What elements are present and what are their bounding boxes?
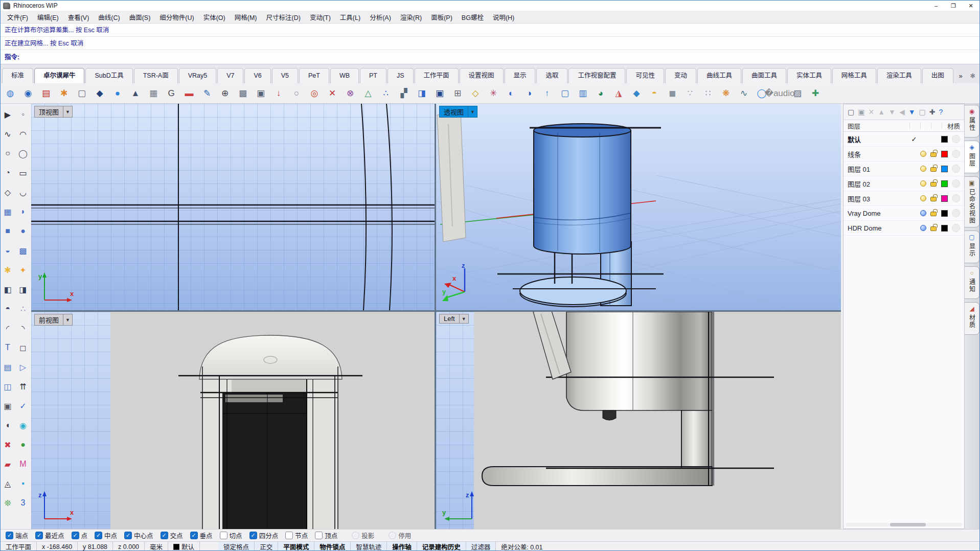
viewport-perspective-label[interactable]: 透视图 ▼ xyxy=(439,106,477,118)
checkbox[interactable] xyxy=(220,532,227,539)
toolbar-tab[interactable]: 显示 xyxy=(505,68,536,83)
status-toggle[interactable]: 操作轴 xyxy=(387,542,417,551)
toolbar-icon[interactable]: ▢ xyxy=(558,87,572,100)
tool-icon[interactable]: ❊ xyxy=(1,496,14,510)
panel-horizontal-scrollbar[interactable] xyxy=(846,523,962,526)
tool-icon[interactable]: ◇ xyxy=(1,186,14,199)
tool-icon[interactable]: ▪ xyxy=(16,477,30,490)
toolbar-tab[interactable]: 可见性 xyxy=(626,68,664,83)
status-cell[interactable]: y 81.088 xyxy=(78,542,113,551)
layer-row[interactable]: Vray Dome ✓ xyxy=(844,206,964,221)
lock-icon[interactable] xyxy=(930,182,937,187)
close-button[interactable]: ✕ xyxy=(962,1,979,11)
tool-icon[interactable]: ◬ xyxy=(1,477,14,490)
osnap-toggle[interactable]: 切点 xyxy=(220,531,242,540)
toolbar-icon[interactable]: �audio xyxy=(773,87,786,100)
osnap-toggle[interactable]: 端点 xyxy=(6,531,28,540)
status-toggle[interactable]: 绝对公差: 0.01 xyxy=(496,542,548,551)
toolbar-tab[interactable]: JS xyxy=(388,68,414,83)
layer-name[interactable]: 图层 03 xyxy=(848,194,908,203)
layer-name[interactable]: HDR Dome xyxy=(848,224,908,232)
panel-tool-icon[interactable]: ▢ xyxy=(919,108,926,116)
tool-icon[interactable]: 3 xyxy=(16,496,30,510)
checkbox[interactable] xyxy=(161,532,168,539)
tool-icon[interactable]: ▷ xyxy=(16,360,30,374)
toolbar-tab[interactable]: 渲染工具 xyxy=(877,68,921,83)
osnap-toggle[interactable]: 顶点 xyxy=(315,531,337,540)
panel-tool-icon[interactable]: ◀ xyxy=(899,108,905,116)
toolbar-icon[interactable]: ● xyxy=(111,87,124,100)
panel-tab[interactable]: ◢ 材质 xyxy=(965,302,979,335)
status-toggle[interactable]: 智慧轨迹 xyxy=(351,542,387,551)
viewport-front[interactable]: 前视图 ▼ xyxy=(31,312,435,529)
menu-item[interactable]: BG螺栓 xyxy=(457,11,488,23)
layer-material-icon[interactable] xyxy=(952,209,960,217)
gear-icon[interactable]: ✱ xyxy=(967,69,978,83)
tool-icon[interactable]: ● xyxy=(16,438,30,451)
panel-tab[interactable]: ▣ 已命名视图 xyxy=(965,176,979,227)
checkbox[interactable] xyxy=(389,532,396,539)
menu-item[interactable]: 细分物件(U) xyxy=(155,11,198,23)
tool-icon[interactable]: ▣ xyxy=(1,399,14,412)
tool-icon[interactable]: ✱ xyxy=(1,263,14,277)
toolbar-icon[interactable]: ⊞ xyxy=(451,87,464,100)
toolbar-icon[interactable]: ❋ xyxy=(719,87,733,100)
layer-name[interactable]: Vray Dome xyxy=(848,210,908,217)
checkbox[interactable] xyxy=(190,532,198,539)
menu-item[interactable]: 渲染(R) xyxy=(396,11,426,23)
tool-icon[interactable]: ✖ xyxy=(1,438,14,451)
tool-icon[interactable]: ◒ xyxy=(1,244,14,257)
toolbar-icon[interactable]: ∷ xyxy=(701,87,715,100)
toolbar-icon[interactable]: ▲ xyxy=(129,87,142,100)
status-cell[interactable]: 默认 xyxy=(168,542,200,551)
tool-icon[interactable]: ▩ xyxy=(16,244,30,257)
chevron-down-icon[interactable]: ▼ xyxy=(468,106,477,118)
bulb-icon[interactable] xyxy=(920,180,926,187)
checkbox[interactable] xyxy=(35,532,43,539)
checkbox[interactable] xyxy=(6,532,13,539)
menu-item[interactable]: 曲面(S) xyxy=(125,11,155,23)
osnap-toggle[interactable]: 停用 xyxy=(389,531,411,540)
toolbar-icon[interactable]: ◐ xyxy=(505,87,518,100)
layer-color-swatch[interactable] xyxy=(941,180,948,187)
status-cell[interactable]: z 0.000 xyxy=(113,542,145,551)
toolbar-icon[interactable]: ✎ xyxy=(200,87,214,100)
toolbar-tab[interactable]: SubD工具 xyxy=(85,68,132,83)
tool-icon[interactable]: ✦ xyxy=(16,263,30,277)
menu-item[interactable]: 工具(L) xyxy=(335,11,365,23)
status-cell[interactable]: x -168.460 xyxy=(37,542,78,551)
tool-icon[interactable]: ◜ xyxy=(1,322,14,335)
tool-icon[interactable]: ◓ xyxy=(1,302,14,315)
tab-overflow-chevron[interactable]: » xyxy=(954,69,967,83)
panel-tab[interactable]: ▢ 显示 xyxy=(965,231,979,263)
tool-icon[interactable]: ∿ xyxy=(1,127,14,141)
layer-row[interactable]: 图层 02 ✓ xyxy=(844,176,964,191)
maximize-button[interactable]: ❐ xyxy=(945,1,962,11)
layer-material-icon[interactable] xyxy=(952,179,960,188)
toolbar-icon[interactable]: ▤ xyxy=(39,87,53,100)
tool-icon[interactable]: ◗ xyxy=(16,205,30,218)
osnap-toggle[interactable]: 垂点 xyxy=(190,531,213,540)
checkbox[interactable] xyxy=(249,532,257,539)
menu-item[interactable]: 变动(T) xyxy=(305,11,335,23)
toolbar-icon[interactable]: ⊗ xyxy=(344,87,357,100)
menu-item[interactable]: 文件(F) xyxy=(3,11,33,23)
panel-tool-icon[interactable]: ▼ xyxy=(888,108,896,116)
toolbar-icon[interactable]: △ xyxy=(361,87,375,100)
panel-tab[interactable]: ◈ 图层 xyxy=(965,141,979,173)
lock-icon[interactable] xyxy=(930,212,937,216)
layer-name[interactable]: 线条 xyxy=(848,149,908,159)
viewport-top[interactable]: 顶视图 ▼ y x xyxy=(31,104,435,310)
tool-icon[interactable]: ◨ xyxy=(16,283,30,296)
panel-tab[interactable]: ◉ 属性 xyxy=(965,105,979,137)
tool-icon[interactable]: ○ xyxy=(1,147,14,160)
toolbar-tab[interactable]: 网格工具 xyxy=(832,68,876,83)
tool-icon[interactable]: ◝ xyxy=(16,322,30,335)
tool-icon[interactable]: ◦ xyxy=(16,108,30,121)
menu-item[interactable]: 查看(V) xyxy=(63,11,94,23)
toolbar-icon[interactable]: ▣ xyxy=(254,87,267,100)
toolbar-tab[interactable]: TSR-A面 xyxy=(134,68,178,83)
osnap-toggle[interactable]: 点 xyxy=(72,531,88,540)
tool-icon[interactable]: ▶ xyxy=(1,108,14,121)
tool-icon[interactable]: T xyxy=(1,341,14,354)
